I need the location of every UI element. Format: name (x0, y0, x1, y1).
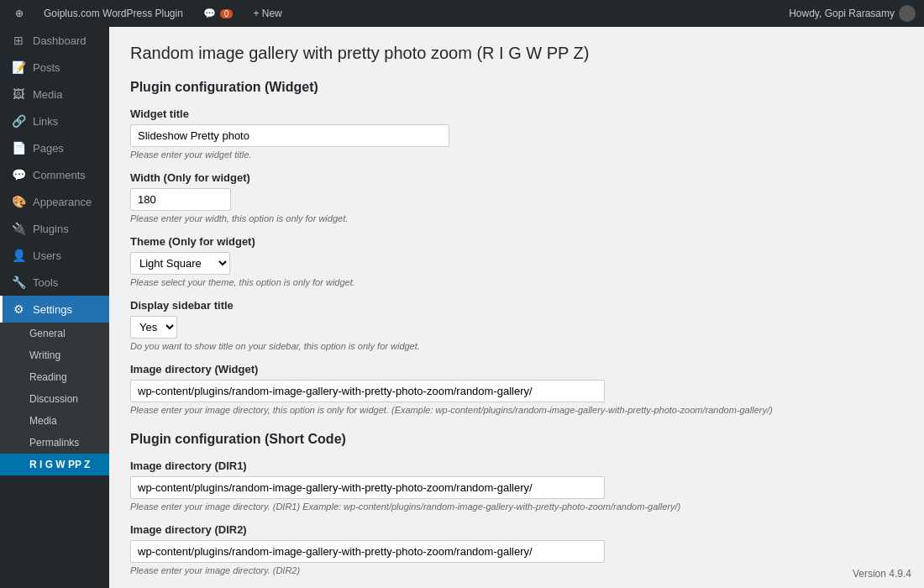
sidebar-item-users[interactable]: 👤 Users (0, 242, 109, 269)
image-dir-widget-row: Image directory (Widget) Please enter yo… (130, 363, 907, 415)
admin-bar-site-name[interactable]: Goiplus.com WordPress Plugin (37, 0, 190, 27)
display-title-row: Display sidebar title Yes No Do you want… (130, 299, 907, 351)
width-input[interactable] (130, 188, 231, 211)
sidebar-item-dashboard[interactable]: ⊞ Dashboard (0, 27, 109, 54)
widget-title-hint: Please enter your widget title. (130, 150, 907, 160)
dir1-input[interactable] (130, 476, 605, 499)
submenu-discussion[interactable]: Discussion (0, 388, 109, 410)
shortcode-section-title: Plugin configuration (Short Code) (130, 432, 907, 447)
widget-title-input[interactable] (130, 124, 449, 147)
image-dir-widget-label: Image directory (Widget) (130, 363, 907, 375)
dir2-input[interactable] (130, 540, 605, 563)
admin-bar-new[interactable]: + New (246, 0, 288, 27)
width-label: Width (Only for widget) (130, 171, 907, 184)
settings-submenu: General Writing Reading Discussion Media… (0, 323, 109, 475)
media-icon: 🖼 (11, 87, 26, 101)
image-dir-widget-input[interactable] (130, 380, 605, 402)
settings-icon: ⚙ (11, 302, 26, 316)
width-row: Width (Only for widget) Please enter you… (130, 171, 907, 223)
dir1-row: Image directory (DIR1) Please enter your… (130, 459, 907, 512)
display-title-select[interactable]: Yes No (130, 316, 177, 339)
width-hint: Please enter your width, this option is … (130, 213, 907, 223)
theme-label: Theme (Only for widget) (130, 235, 907, 248)
tools-icon: 🔧 (11, 276, 26, 289)
widget-section-title: Plugin configuration (Widget) (130, 80, 907, 95)
sidebar-item-appearance[interactable]: 🎨 Appearance (0, 188, 109, 215)
widget-title-row: Widget title Please enter your widget ti… (130, 108, 907, 160)
pages-icon: 📄 (11, 141, 26, 155)
sidebar-item-links[interactable]: 🔗 Links (0, 108, 109, 134)
avatar (899, 5, 916, 22)
page-title: Random image gallery with pretty photo z… (130, 44, 907, 63)
admin-bar-user: Howdy, Gopi Rarasamy (789, 5, 916, 22)
theme-select[interactable]: Light Square Dark Square Light Rounded D… (130, 252, 230, 275)
dir2-label: Image directory (DIR2) (130, 523, 907, 536)
theme-row: Theme (Only for widget) Light Square Dar… (130, 235, 907, 287)
sidebar-item-settings[interactable]: ⚙ Settings (0, 296, 109, 323)
admin-bar: ⊕ Goiplus.com WordPress Plugin 💬 0 + New… (0, 0, 924, 27)
submenu-rigwppz[interactable]: R I G W PP Z (0, 454, 109, 475)
sidebar-item-plugins[interactable]: 🔌 Plugins (0, 215, 109, 242)
dir1-hint: Please enter your image directory. (DIR1… (130, 501, 907, 512)
admin-bar-comments[interactable]: 💬 0 (197, 0, 240, 27)
submenu-permalinks[interactable]: Permalinks (0, 432, 109, 454)
comment-icon: 💬 (203, 8, 216, 19)
submenu-general[interactable]: General (0, 323, 109, 344)
display-title-hint: Do you want to show title on your sideba… (130, 341, 907, 351)
wp-logo-icon: ⊕ (15, 8, 24, 19)
dir2-row: Image directory (DIR2) Please enter your… (130, 523, 907, 575)
version-label: Version 4.9.4 (853, 568, 911, 580)
widget-title-label: Widget title (130, 108, 907, 120)
sidebar-item-posts[interactable]: 📝 Posts (0, 54, 109, 81)
admin-bar-wp-icon[interactable]: ⊕ (8, 0, 30, 27)
main-content: Random image gallery with pretty photo z… (109, 27, 924, 588)
dir1-label: Image directory (DIR1) (130, 459, 907, 472)
submenu-media[interactable]: Media (0, 410, 109, 432)
plugins-icon: 🔌 (11, 222, 26, 235)
appearance-icon: 🎨 (11, 195, 26, 208)
sidebar: ⊞ Dashboard 📝 Posts 🖼 Media 🔗 Links 📄 Pa… (0, 27, 109, 588)
sidebar-item-pages[interactable]: 📄 Pages (0, 134, 109, 161)
image-dir-widget-hint: Please enter your image directory, this … (130, 405, 907, 415)
links-icon: 🔗 (11, 114, 26, 128)
comments-icon: 💬 (11, 168, 26, 181)
submenu-writing[interactable]: Writing (0, 344, 109, 366)
users-icon: 👤 (11, 249, 26, 262)
dir2-hint: Please enter your image directory. (DIR2… (130, 565, 907, 575)
comment-count-badge: 0 (220, 9, 234, 18)
dashboard-icon: ⊞ (11, 34, 26, 47)
submenu-reading[interactable]: Reading (0, 366, 109, 388)
theme-hint: Please select your theme, this option is… (130, 277, 907, 287)
display-title-label: Display sidebar title (130, 299, 907, 312)
sidebar-item-tools[interactable]: 🔧 Tools (0, 269, 109, 296)
sidebar-item-media[interactable]: 🖼 Media (0, 81, 109, 108)
posts-icon: 📝 (11, 60, 26, 74)
sidebar-item-comments[interactable]: 💬 Comments (0, 161, 109, 188)
